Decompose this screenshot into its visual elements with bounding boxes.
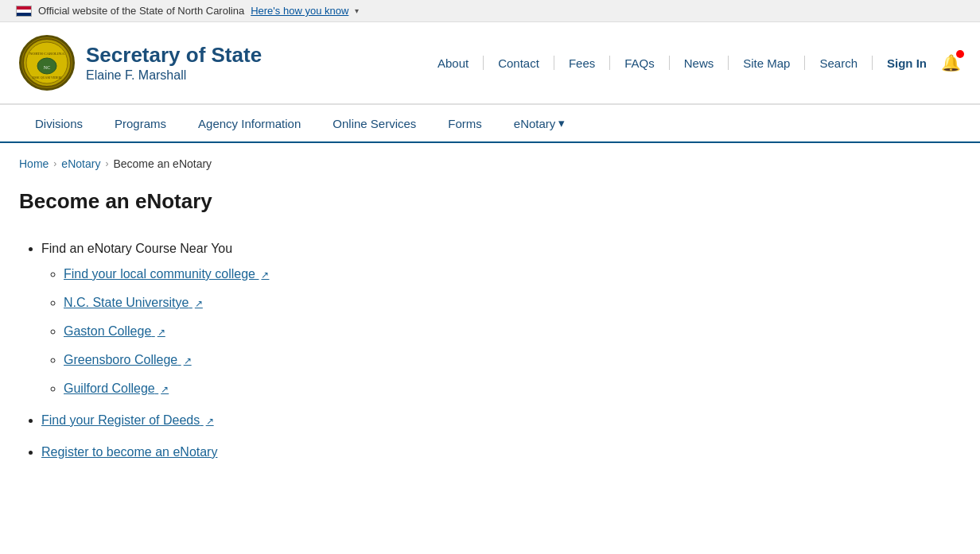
top-bar: Official website of the State of North C… bbox=[0, 0, 980, 22]
breadcrumb: Home › eNotary › Become an eNotary bbox=[0, 143, 980, 176]
guilford-link[interactable]: Guilford College ↗ bbox=[64, 382, 169, 395]
list-item: N.C. State Universitye ↗ bbox=[64, 290, 697, 316]
find-course-item: Find an eNotary Course Near You Find you… bbox=[41, 236, 697, 401]
sign-in-button[interactable]: Sign In bbox=[887, 56, 927, 70]
org-title: Secretary of State bbox=[86, 43, 262, 68]
site-header: NORTH CAROLINA NC ESSE QUAM VIDERI Secre… bbox=[0, 22, 980, 105]
register-deeds-link[interactable]: Find your Register of Deeds ↗ bbox=[41, 413, 214, 427]
svg-text:ESSE QUAM VIDERI: ESSE QUAM VIDERI bbox=[32, 76, 62, 79]
secondary-nav: Divisions Programs Agency Information On… bbox=[0, 105, 980, 143]
breadcrumb-enotary[interactable]: eNotary bbox=[61, 157, 100, 170]
external-link-icon: ↗ bbox=[184, 355, 192, 366]
external-link-icon: ↗ bbox=[158, 327, 165, 338]
external-link-icon: ↗ bbox=[206, 416, 214, 427]
gaston-link[interactable]: Gaston College ↗ bbox=[64, 324, 165, 338]
nav-about[interactable]: About bbox=[438, 56, 469, 70]
breadcrumb-sep-1: › bbox=[53, 158, 56, 169]
secondary-nav-divisions[interactable]: Divisions bbox=[19, 106, 99, 141]
nav-sep-2 bbox=[554, 56, 554, 70]
external-link-icon: ↗ bbox=[161, 384, 169, 395]
breadcrumb-sep-2: › bbox=[105, 158, 108, 169]
secondary-nav-forms[interactable]: Forms bbox=[432, 106, 498, 141]
secondary-nav-enotary[interactable]: eNotary ▾ bbox=[498, 105, 581, 141]
enotary-dropdown-chevron: ▾ bbox=[558, 116, 565, 130]
nav-sep-1 bbox=[483, 56, 484, 70]
list-item: Gaston College ↗ bbox=[64, 319, 697, 344]
external-link-icon: ↗ bbox=[195, 298, 203, 309]
header-title: Secretary of State Elaine F. Marshall bbox=[86, 43, 262, 82]
notification-bell[interactable]: 🔔 bbox=[941, 53, 961, 72]
main-list: Find an eNotary Course Near You Find you… bbox=[41, 236, 697, 465]
nav-fees[interactable]: Fees bbox=[569, 56, 595, 70]
page-title: Become an eNotary bbox=[19, 189, 697, 214]
nc-flag bbox=[16, 6, 32, 17]
svg-text:NORTH CAROLINA: NORTH CAROLINA bbox=[29, 52, 64, 56]
community-college-link[interactable]: Find your local community college ↗ bbox=[64, 267, 269, 281]
how-to-know-link[interactable]: Here's how you know bbox=[251, 5, 348, 17]
greensboro-link[interactable]: Greensboro College ↗ bbox=[64, 353, 192, 366]
brand: NORTH CAROLINA NC ESSE QUAM VIDERI Secre… bbox=[19, 35, 262, 91]
svg-text:NC: NC bbox=[44, 65, 50, 70]
nav-faqs[interactable]: FAQs bbox=[624, 56, 655, 70]
secondary-nav-online-services[interactable]: Online Services bbox=[317, 106, 432, 141]
secondary-nav-agency-info[interactable]: Agency Information bbox=[182, 106, 317, 141]
college-list: Find your local community college ↗ N.C.… bbox=[64, 262, 697, 401]
ncstate-link[interactable]: N.C. State Universitye ↗ bbox=[64, 296, 203, 309]
nav-sep-4 bbox=[669, 56, 670, 70]
header-nav: About Contact Fees FAQs News Site Map Se… bbox=[438, 53, 961, 72]
breadcrumb-current: Become an eNotary bbox=[113, 157, 212, 170]
nav-sep-7 bbox=[872, 56, 873, 70]
chevron-icon: ▾ bbox=[355, 6, 359, 15]
list-item: Greensboro College ↗ bbox=[64, 347, 697, 373]
nav-sep-6 bbox=[804, 56, 805, 70]
nav-search[interactable]: Search bbox=[819, 56, 858, 70]
nc-seal: NORTH CAROLINA NC ESSE QUAM VIDERI bbox=[19, 35, 75, 91]
org-subtitle: Elaine F. Marshall bbox=[86, 68, 262, 83]
list-item: Guilford College ↗ bbox=[64, 376, 697, 401]
secondary-nav-programs[interactable]: Programs bbox=[99, 106, 182, 141]
nav-contact[interactable]: Contact bbox=[498, 56, 539, 70]
find-course-label: Find an eNotary Course Near You bbox=[41, 242, 232, 255]
official-website-text: Official website of the State of North C… bbox=[38, 5, 244, 17]
nav-sep-5 bbox=[728, 56, 729, 70]
register-enotary-item: Register to become an eNotary bbox=[41, 440, 697, 465]
register-enotary-link[interactable]: Register to become an eNotary bbox=[41, 445, 217, 459]
register-deeds-item: Find your Register of Deeds ↗ bbox=[41, 408, 697, 433]
external-link-icon: ↗ bbox=[261, 269, 269, 281]
bell-badge bbox=[956, 50, 964, 58]
nav-sitemap[interactable]: Site Map bbox=[743, 56, 790, 70]
nav-news[interactable]: News bbox=[684, 56, 714, 70]
list-item: Find your local community college ↗ bbox=[64, 262, 697, 287]
nav-sep-3 bbox=[609, 56, 610, 70]
main-content: Become an eNotary Find an eNotary Course… bbox=[0, 176, 716, 503]
breadcrumb-home[interactable]: Home bbox=[19, 157, 49, 170]
